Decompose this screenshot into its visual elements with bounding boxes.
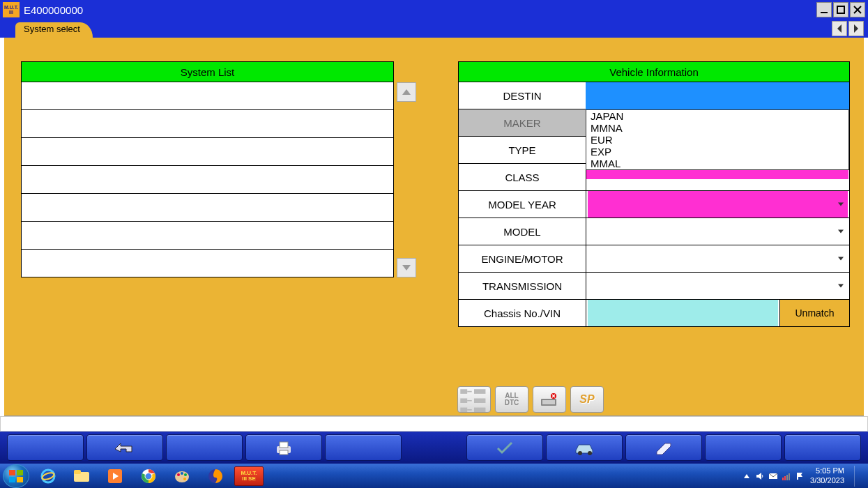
system-tray: 5:05 PM 3/30/2023 [742, 466, 865, 487]
svg-rect-3 [460, 398, 467, 403]
tray-volume-icon[interactable] [755, 471, 765, 481]
svg-rect-17 [17, 470, 23, 475]
title-bar: M.U.T.III E400000000 [0, 0, 868, 20]
svg-point-31 [184, 473, 187, 476]
taskbar-ie-icon[interactable] [33, 466, 63, 486]
chevron-down-icon [838, 257, 844, 261]
confirm-button[interactable] [466, 434, 543, 461]
bottom-btn-5[interactable] [325, 434, 402, 461]
svg-rect-18 [9, 477, 15, 482]
svg-rect-16 [9, 470, 15, 475]
list-item[interactable] [21, 222, 394, 250]
maximize-button[interactable] [833, 2, 848, 17]
bottom-btn-10[interactable] [784, 434, 861, 461]
svg-rect-7 [474, 408, 485, 413]
scroll-track [397, 102, 416, 258]
svg-rect-4 [460, 408, 467, 413]
tab-next-button[interactable] [848, 21, 864, 36]
taskbar-paint-icon[interactable] [167, 466, 197, 486]
taskbar-media-icon[interactable] [100, 466, 130, 486]
chevron-down-icon [838, 284, 844, 288]
label-engine: ENGINE/MOTOR [459, 245, 586, 272]
svg-rect-38 [789, 473, 790, 480]
destin-option[interactable]: MMNA [586, 122, 848, 134]
minimize-button[interactable] [816, 2, 832, 17]
back-button[interactable] [86, 434, 163, 461]
taskbar: M.U.T.III SE 5:05 PM 3/30/2023 [0, 464, 868, 488]
bottom-btn-1[interactable] [7, 434, 84, 461]
tab-prev-button[interactable] [832, 21, 847, 36]
unmatch-button[interactable]: Unmatch [779, 300, 849, 326]
start-button[interactable] [3, 464, 29, 488]
label-model: MODEL [459, 218, 586, 245]
svg-rect-9 [542, 400, 555, 404]
svg-rect-36 [784, 476, 786, 480]
print-button[interactable] [245, 434, 322, 461]
taskbar-explorer-icon[interactable] [67, 466, 96, 486]
bottom-btn-3[interactable] [166, 434, 243, 461]
svg-point-26 [146, 473, 151, 479]
vehicle-info-panel: Vehicle Information DESTIN MAKER TYPE CL… [458, 61, 850, 415]
chevron-down-icon [838, 203, 844, 206]
tray-up-icon[interactable] [742, 471, 752, 481]
tree-button[interactable] [457, 386, 491, 413]
svg-point-15 [588, 451, 592, 455]
list-item[interactable] [21, 166, 394, 194]
list-item[interactable] [21, 110, 394, 138]
taskbar-clock[interactable]: 5:05 PM 3/30/2023 [810, 466, 844, 485]
clock-date: 3/30/2023 [810, 476, 844, 485]
destin-option[interactable]: EXP [586, 146, 848, 158]
taskbar-mut-icon[interactable]: M.U.T.III SE [234, 466, 264, 486]
destin-option[interactable]: EUR [586, 134, 848, 146]
tray-mail-icon[interactable] [768, 471, 778, 481]
list-item[interactable] [21, 250, 394, 277]
show-desktop-button[interactable] [854, 466, 860, 487]
scroll-down-button[interactable] [397, 258, 416, 277]
bottom-btn-9[interactable] [705, 434, 782, 461]
tab-label: System select [24, 24, 80, 34]
list-item[interactable] [21, 138, 394, 166]
list-item[interactable] [21, 194, 394, 222]
model-select[interactable] [586, 218, 849, 245]
list-item[interactable] [21, 82, 394, 110]
taskbar-firefox-icon[interactable] [201, 466, 230, 486]
destin-option[interactable]: JAPAN [586, 110, 848, 122]
vehicle-button[interactable] [546, 434, 623, 461]
svg-point-14 [578, 451, 582, 455]
svg-rect-19 [17, 477, 23, 482]
label-destin: DESTIN [459, 82, 586, 109]
svg-rect-39 [797, 473, 798, 480]
taskbar-chrome-icon[interactable] [134, 466, 163, 486]
tab-system-select[interactable]: System select [15, 22, 93, 38]
all-dtc-button[interactable]: ALL DTC [495, 386, 528, 413]
bottom-bar [0, 432, 868, 464]
close-button[interactable] [850, 2, 865, 17]
label-maker: MAKER [459, 109, 586, 136]
tray-network-icon[interactable] [782, 471, 791, 481]
tab-row: System select [0, 20, 868, 38]
ecu-button[interactable] [533, 386, 566, 413]
scroll-up-button[interactable] [397, 82, 416, 102]
tray-flag-icon[interactable] [795, 471, 805, 481]
destin-dropdown-list: JAPAN MMNA EUR EXP MMAL [586, 109, 849, 170]
destin-option[interactable]: MMAL [586, 158, 848, 169]
label-type: TYPE [459, 137, 586, 163]
toolbar: ALL DTC SP [457, 386, 604, 413]
chevron-down-icon [838, 230, 844, 234]
svg-rect-2 [460, 389, 467, 394]
svg-rect-12 [280, 442, 288, 448]
engine-select[interactable] [586, 245, 849, 272]
svg-rect-23 [74, 470, 81, 474]
transmission-select[interactable] [586, 273, 849, 299]
erase-button[interactable] [625, 434, 702, 461]
class-field-strip [586, 169, 848, 179]
chassis-field[interactable] [586, 300, 779, 326]
svg-point-32 [183, 478, 186, 480]
sp-button[interactable]: SP [570, 386, 604, 413]
content-area: System List Vehicl [4, 38, 864, 416]
svg-rect-35 [782, 478, 784, 480]
svg-rect-6 [474, 398, 485, 403]
model-year-select[interactable] [586, 191, 849, 218]
svg-point-29 [177, 473, 180, 476]
svg-rect-37 [786, 475, 788, 480]
